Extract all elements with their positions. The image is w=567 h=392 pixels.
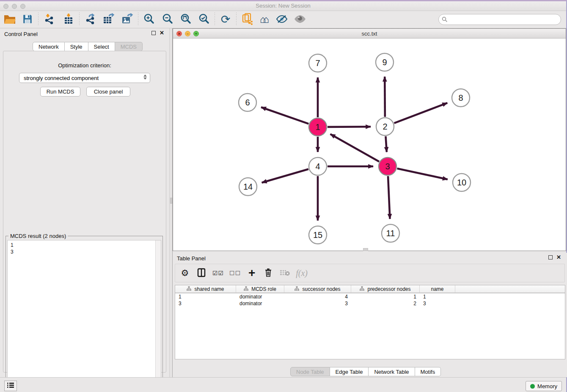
graph-node-label-8: 8 xyxy=(458,93,463,102)
graph-edge-2-9[interactable] xyxy=(385,77,385,117)
refresh-icon: ⟳ xyxy=(221,13,231,26)
delete-column-button[interactable] xyxy=(279,267,290,279)
zoom-fit-button[interactable] xyxy=(179,12,193,27)
tab-network-table[interactable]: Network Table xyxy=(369,367,415,376)
panel-splitter[interactable] xyxy=(169,28,173,377)
tab-motifs[interactable]: Motifs xyxy=(415,367,441,376)
table-cell[interactable]: dominator xyxy=(236,293,284,300)
table-cell[interactable]: 3 xyxy=(284,300,351,307)
graph-edge-3-1[interactable] xyxy=(330,134,379,162)
table-row[interactable]: 3dominator323 xyxy=(175,300,565,307)
export-image-icon xyxy=(121,13,134,26)
column-header-MCDS-role[interactable]: MCDS role xyxy=(236,285,284,293)
graph-edge-1-2[interactable] xyxy=(328,127,371,127)
column-label: successor nodes xyxy=(302,286,340,292)
table-settings-button[interactable]: ⚙ xyxy=(179,267,190,279)
show-eye-button[interactable] xyxy=(293,12,307,27)
task-history-button[interactable] xyxy=(4,381,17,391)
column-header-shared-name[interactable]: shared name xyxy=(175,285,236,293)
tab-select[interactable]: Select xyxy=(88,42,115,51)
add-column-button[interactable] xyxy=(196,267,207,279)
graph-node-label-10: 10 xyxy=(457,178,466,187)
graph-node-label-15: 15 xyxy=(313,230,322,240)
table-cell[interactable]: 3 xyxy=(420,300,455,307)
zoom-out-button[interactable] xyxy=(160,12,175,27)
network-resize-grip[interactable] xyxy=(363,248,368,251)
tab-style[interactable]: Style xyxy=(65,42,88,51)
tab-network[interactable]: Network xyxy=(33,42,65,51)
search-input[interactable] xyxy=(438,14,561,25)
table-panel: Table Panel ✕ ⚙ ☑☑ ☐☐ + xyxy=(173,253,567,377)
apply-style-button[interactable]: ⟳ xyxy=(218,12,233,27)
memory-button[interactable]: Memory xyxy=(526,381,562,391)
import-network-button[interactable] xyxy=(42,12,56,27)
network-canvas-svg: 7968124314101511 xyxy=(173,39,566,251)
show-all-networks-button[interactable]: ⌂⌂ xyxy=(257,12,272,27)
mcds-result-list[interactable]: 1 3 xyxy=(7,240,161,392)
mcds-pane: Optimization criterion: strongly connect… xyxy=(3,51,166,373)
mcds-result-line: 1 xyxy=(11,242,161,248)
table-cell[interactable]: 1 xyxy=(351,293,420,300)
network-canvas[interactable]: 7968124314101511 xyxy=(173,39,566,251)
float-panel-icon[interactable] xyxy=(151,31,156,35)
column-header-predecessor-nodes[interactable]: predecessor nodes xyxy=(351,285,420,293)
column-icon xyxy=(197,268,206,279)
delete-button[interactable] xyxy=(263,267,274,279)
select-all-button[interactable]: ☑☑ xyxy=(212,267,224,279)
table-cell[interactable]: 1 xyxy=(420,293,455,300)
graph-edge-4-14[interactable] xyxy=(262,169,308,182)
splitter-grip[interactable] xyxy=(170,198,172,204)
tab-mcds[interactable]: MCDS xyxy=(115,42,143,51)
column-header-name[interactable]: name xyxy=(420,285,455,293)
open-session-button[interactable] xyxy=(3,12,17,27)
table-cell[interactable]: 3 xyxy=(175,300,236,307)
zoom-in-button[interactable] xyxy=(142,12,156,27)
network-window-titlebar[interactable]: ✕ − + scc.txt xyxy=(173,29,566,39)
open-folder-icon xyxy=(3,14,16,26)
export-image-button[interactable] xyxy=(120,12,135,27)
table-cell[interactable]: 4 xyxy=(284,293,351,300)
save-session-button[interactable] xyxy=(20,12,35,27)
export-network-button[interactable] xyxy=(83,12,97,27)
graph-edge-3-10[interactable] xyxy=(397,168,447,179)
table-cell[interactable]: dominator xyxy=(236,300,284,307)
zoom-selected-icon xyxy=(198,13,210,27)
criterion-select[interactable]: strongly connected component xyxy=(19,73,150,83)
toolbar-separator xyxy=(215,13,215,26)
save-icon xyxy=(22,14,33,26)
unselect-all-button[interactable]: ☐☐ xyxy=(229,267,241,279)
table-row[interactable]: 1dominator411 xyxy=(175,293,565,300)
graph-edge-2-8[interactable] xyxy=(394,103,448,123)
table-cell[interactable]: 1 xyxy=(175,293,236,300)
add-row-button[interactable]: + xyxy=(246,267,257,279)
export-table-button[interactable] xyxy=(102,12,116,27)
unchecked-boxes-icon: ☐☐ xyxy=(229,270,241,276)
mcds-result-legend: MCDS result (2 nodes) xyxy=(8,233,68,239)
run-mcds-button[interactable]: Run MCDS xyxy=(40,87,80,97)
graph-edge-1-6[interactable] xyxy=(261,107,308,124)
select-stepper-icon xyxy=(143,75,147,80)
graph-edge-2-3[interactable] xyxy=(385,136,386,152)
hide-selected-button[interactable] xyxy=(275,12,289,27)
graph-node-label-1: 1 xyxy=(315,122,320,132)
zoom-selected-button[interactable] xyxy=(197,12,211,27)
import-table-button[interactable] xyxy=(61,12,76,27)
table-cell[interactable]: 2 xyxy=(351,300,420,307)
column-label: predecessor nodes xyxy=(367,286,410,292)
close-panel-button[interactable]: Close panel xyxy=(86,87,130,97)
close-table-panel-icon[interactable]: ✕ xyxy=(556,255,561,259)
fx-icon: f(x) xyxy=(296,268,308,278)
shared-column-icon xyxy=(360,286,364,292)
close-panel-icon[interactable]: ✕ xyxy=(160,31,164,35)
eye-slash-icon xyxy=(275,14,289,26)
column-header-successor-nodes[interactable]: successor nodes xyxy=(284,285,351,293)
column-label: name xyxy=(431,286,443,292)
result-scrollbar[interactable] xyxy=(155,240,161,391)
tab-node-table[interactable]: Node Table xyxy=(290,367,330,376)
float-table-panel-icon[interactable] xyxy=(548,255,553,259)
tab-edge-table[interactable]: Edge Table xyxy=(330,367,369,376)
node-table: shared nameMCDS rolesuccessor nodesprede… xyxy=(175,285,565,359)
function-builder-button[interactable]: f(x) xyxy=(296,267,308,279)
new-network-from-selection-button[interactable] xyxy=(240,12,254,27)
graph-edge-3-11[interactable] xyxy=(388,176,390,219)
